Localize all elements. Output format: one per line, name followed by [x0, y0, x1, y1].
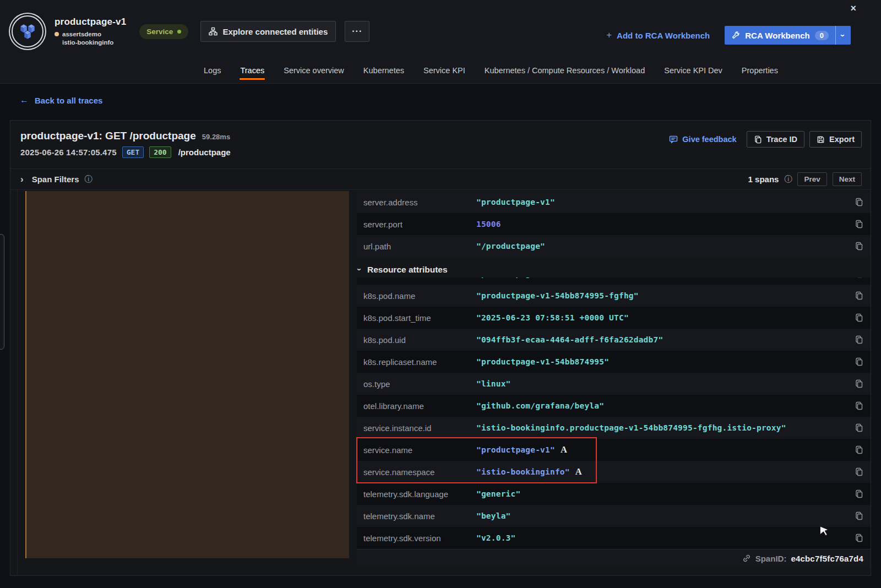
close-icon[interactable]: × [850, 3, 856, 14]
tab-label: Logs [204, 66, 221, 75]
copy-value-button[interactable] [855, 277, 863, 278]
tab-label: Service overview [284, 66, 344, 75]
attribute-value: "istio-bookinginfo.productpage-v1-54bb87… [476, 423, 786, 432]
span-timeline-selected[interactable] [25, 191, 349, 558]
attribute-value: "productpage-v1" [476, 445, 555, 454]
attribute-value: "/productpage" [476, 242, 545, 251]
attribute-link-a-icon[interactable]: A [575, 466, 582, 477]
copy-value-button[interactable] [855, 467, 863, 476]
copy-value-button[interactable] [855, 379, 863, 388]
rca-workbench-button[interactable]: RCA Workbench 0 [725, 26, 835, 45]
more-options-button[interactable]: ··· [345, 21, 369, 42]
copy-icon [855, 489, 863, 498]
trace-detail-panel: productpage-v1: GET /productpage 59.28ms… [10, 120, 871, 576]
attribute-link-a-icon[interactable]: A [561, 444, 567, 455]
copy-value-button[interactable] [855, 220, 863, 228]
entity-header-right: + Add to RCA Workbench RCA Workbench 0 › [606, 26, 851, 45]
tab[interactable]: Service overview [283, 58, 345, 83]
copy-icon [855, 467, 863, 476]
attribute-value: "2025-06-23 07:58:51 +0000 UTC" [476, 313, 629, 322]
back-link-label: Back to all traces [35, 96, 102, 105]
clipped-attribute-row-wrap: k8s.owner.name "productpage-v1" [357, 277, 871, 285]
copy-value-button[interactable] [855, 357, 863, 366]
tab[interactable]: Kubernetes [363, 58, 405, 83]
entity-header: productpage-v1 assertsdemo istio-booking… [0, 0, 881, 84]
copy-value-button[interactable] [855, 445, 863, 454]
copy-value-button[interactable] [855, 511, 863, 520]
tab-label: Service KPI [423, 66, 465, 75]
left-scroll-handle[interactable] [0, 234, 4, 350]
tab[interactable]: Logs [203, 58, 221, 83]
rca-workbench-button-group: RCA Workbench 0 › [725, 26, 851, 45]
entity-title-block: productpage-v1 assertsdemo istio-booking… [55, 17, 126, 47]
attribute-value: 15006 [476, 220, 501, 228]
tab[interactable]: Properties [741, 58, 779, 83]
copy-icon [855, 533, 863, 542]
entity-subtitle: assertsdemo istio-bookinginfo [55, 30, 126, 47]
env-dot-icon [55, 32, 59, 36]
attribute-value: "github.com/grafana/beyla" [476, 401, 604, 410]
info-icon[interactable]: ⓘ [85, 175, 93, 184]
feedback-comment-icon [669, 135, 678, 144]
attribute-name: k8s.owner.name [363, 277, 476, 279]
prev-span-button[interactable]: Prev [797, 172, 826, 186]
trace-body: server.address "productpage-v1" [10, 189, 871, 575]
attribute-row: server.port 15006 [357, 213, 871, 235]
tab[interactable]: Traces [240, 58, 265, 83]
tab-label: Properties [742, 66, 778, 75]
copy-icon [855, 445, 863, 454]
attribute-name: telemetry.sdk.name [363, 511, 476, 521]
copy-value-button[interactable] [855, 198, 863, 206]
copy-value-button[interactable] [855, 335, 863, 344]
copy-value-button[interactable] [855, 489, 863, 498]
next-span-button[interactable]: Next [833, 172, 862, 186]
copy-value-button[interactable] [855, 533, 863, 542]
copy-value-button[interactable] [855, 401, 863, 410]
tab[interactable]: Service KPI Dev [664, 58, 723, 83]
attribute-row: service.name "productpage-v1" A [357, 439, 871, 461]
chevron-right-icon[interactable]: › [20, 174, 24, 185]
rca-workbench-label: RCA Workbench [745, 31, 810, 40]
tab[interactable]: Service KPI [423, 58, 466, 83]
span-attributes-panel: server.address "productpage-v1" [357, 191, 871, 563]
rca-workbench-dropdown[interactable]: › [835, 26, 851, 45]
attribute-value: "linux" [476, 379, 511, 388]
attribute-row: k8s.replicaset.name "productpage-v1-54bb… [357, 351, 871, 373]
back-to-traces-link[interactable]: ← Back to all traces [20, 95, 102, 105]
attribute-row: server.address "productpage-v1" [357, 191, 871, 213]
save-icon [817, 135, 825, 144]
copy-value-button[interactable] [855, 291, 863, 300]
copy-icon [855, 291, 863, 300]
attribute-name: otel.library.name [363, 401, 476, 411]
attribute-row: otel.library.name "github.com/grafana/be… [357, 395, 871, 417]
trace-id-button[interactable]: Trace ID [747, 131, 804, 148]
copy-icon [855, 242, 863, 251]
resource-attributes-header[interactable]: › Resource attributes [358, 262, 871, 277]
attribute-row: k8s.pod.start_time "2025-06-23 07:58:51 … [357, 307, 871, 329]
copy-value-button[interactable] [855, 242, 863, 251]
attribute-name: server.address [363, 198, 476, 207]
health-dot-icon [177, 30, 181, 34]
attribute-row: k8s.pod.name "productpage-v1-54bb874995-… [357, 285, 871, 307]
info-icon[interactable]: ⓘ [784, 175, 792, 184]
explore-connected-entities-button[interactable]: Explore connected entities [200, 21, 336, 42]
export-button[interactable]: Export [809, 131, 862, 148]
attribute-name: telemetry.sdk.language [363, 489, 476, 499]
tab-label: Traces [240, 66, 264, 75]
copy-icon [855, 401, 863, 410]
service-logo [12, 15, 43, 47]
attribute-row: url.path "/productpage" [357, 235, 871, 257]
add-to-rca-workbench-link[interactable]: + Add to RCA Workbench [606, 30, 710, 41]
ellipsis-icon: ··· [352, 26, 362, 36]
give-feedback-link[interactable]: Give feedback [669, 135, 736, 144]
attribute-row: service.instance.id "istio-bookinginfo.p… [357, 417, 871, 439]
tab[interactable]: Kubernetes / Compute Resources / Workloa… [484, 58, 646, 83]
trace-header: productpage-v1: GET /productpage 59.28ms… [10, 121, 871, 168]
trace-title: productpage-v1: GET /productpage [20, 130, 196, 142]
trace-path: /productpage [178, 148, 231, 157]
attribute-name: k8s.pod.start_time [363, 313, 476, 323]
service-type-badge: Service [139, 24, 188, 39]
copy-value-button[interactable] [855, 423, 863, 432]
copy-value-button[interactable] [855, 313, 863, 322]
attribute-value: "istio-bookinginfo" [476, 467, 570, 476]
